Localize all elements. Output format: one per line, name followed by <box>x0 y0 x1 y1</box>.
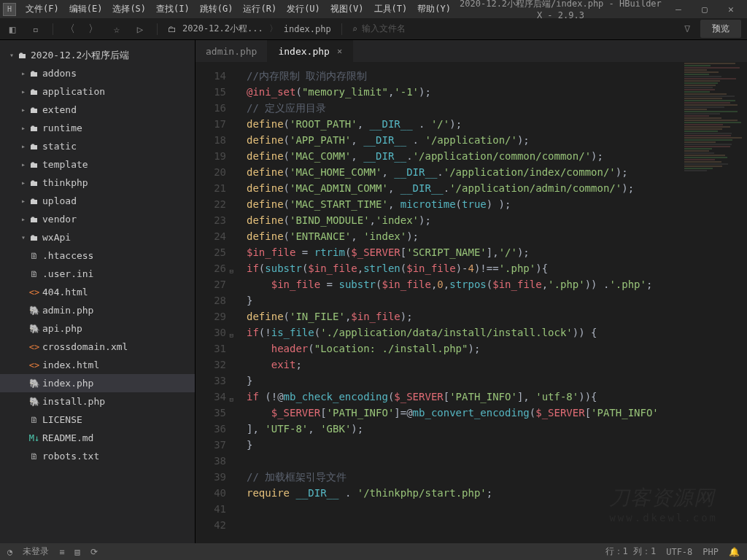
tree-folder[interactable]: 🖿2020-12.2小程序后端 <box>0 46 195 64</box>
tree-label: runtime <box>42 122 82 133</box>
tree-file[interactable]: 🗎robots.txt <box>0 447 195 465</box>
tree-file[interactable]: 🐘install.php <box>0 392 195 411</box>
tree-file[interactable]: 🗎LICENSE <box>0 411 195 429</box>
editor-tab[interactable]: admin.php <box>196 40 268 62</box>
twist-icon <box>19 233 28 241</box>
tree-folder[interactable]: 🖿vendor <box>0 210 195 228</box>
menu-item[interactable]: 编辑(E) <box>64 1 108 18</box>
menubar: H 文件(F)编辑(E)选择(S)查找(I)跳转(G)运行(R)发行(U)视图(… <box>0 0 747 18</box>
file-search[interactable]: ⌕ 输入文件名 <box>352 23 406 35</box>
search-icon: ⌕ <box>352 24 357 34</box>
tree-file[interactable]: 🗎.htaccess <box>0 246 195 265</box>
twist-icon <box>19 160 28 168</box>
tree-folder[interactable]: 🖿extend <box>0 101 195 119</box>
twist-icon <box>19 215 28 223</box>
code-lines[interactable]: //内存限制 取消内存限制@ini_set("memory_limit",'-1… <box>232 62 659 543</box>
tree-file[interactable]: 🐘api.php <box>0 319 195 338</box>
tree-folder[interactable]: 🖿static <box>0 137 195 155</box>
menu-item[interactable]: 跳转(G) <box>195 1 239 18</box>
tree-file[interactable]: M↓README.md <box>0 429 195 447</box>
file-explorer[interactable]: 🖿2020-12.2小程序后端🖿addons🖿application🖿exten… <box>0 40 196 543</box>
terminal-icon[interactable]: ▤ <box>74 547 80 557</box>
menu-item[interactable]: 文件(F) <box>20 1 64 18</box>
breadcrumb-file: index.php <box>284 24 331 34</box>
tree-folder[interactable]: 🖿addons <box>0 64 195 82</box>
menu-item[interactable]: 视图(V) <box>325 1 369 18</box>
code-editor[interactable]: 14151617181920212223242526⊟27282930⊟3132… <box>196 62 747 543</box>
tree-label: .user.ini <box>42 268 93 279</box>
tree-file[interactable]: <>index.html <box>0 356 195 374</box>
folder-icon: 🖿 <box>28 123 41 133</box>
tree-folder[interactable]: 🖿wxApi <box>0 228 195 246</box>
file-icon: 🗎 <box>28 269 41 279</box>
breadcrumb[interactable]: 🗀 2020-12.2小程... 〉 index.php <box>168 23 331 35</box>
minimize-button[interactable]: ― <box>665 4 692 15</box>
maximize-button[interactable]: ▢ <box>692 4 718 15</box>
filter-icon[interactable]: ∇ <box>684 23 690 34</box>
preview-button[interactable]: 预览 <box>700 20 741 38</box>
tree-label: admin.php <box>42 305 93 316</box>
menu-item[interactable]: 工具(T) <box>369 1 413 18</box>
line-gutter: 14151617181920212223242526⊟27282930⊟3132… <box>196 62 232 543</box>
twist-icon <box>19 124 28 132</box>
statusbar: ◔ 未登录 ≡ ▤ ⟳ 行：1 列：1 UTF-8 PHP 🔔 <box>0 543 747 560</box>
file-icon: 🗎 <box>28 251 41 261</box>
sidebar-toggle-icon[interactable]: ◧ <box>6 23 19 36</box>
tab-label: admin.php <box>206 46 257 57</box>
file-icon: M↓ <box>28 433 41 443</box>
tree-file[interactable]: <>crossdomain.xml <box>0 338 195 356</box>
tree-folder[interactable]: 🖿template <box>0 155 195 174</box>
tree-label: 404.html <box>42 287 88 298</box>
file-icon: 🐘 <box>28 306 41 316</box>
nav-back-icon[interactable]: 〈 <box>63 23 77 36</box>
folder-icon: 🖿 <box>28 178 41 188</box>
language-mode[interactable]: PHP <box>703 547 719 557</box>
tree-label: robots.txt <box>42 451 99 462</box>
tree-label: addons <box>42 68 77 79</box>
bell-icon[interactable]: 🔔 <box>729 547 740 557</box>
folder-icon: 🖿 <box>28 141 41 152</box>
file-icon: 🐘 <box>28 378 41 389</box>
sync-icon[interactable]: ⟳ <box>90 547 98 557</box>
folder-icon: 🖿 <box>28 196 41 206</box>
tree-folder[interactable]: 🖿thinkphp <box>0 174 195 192</box>
folder-icon: 🖿 <box>28 87 41 97</box>
close-button[interactable]: ✕ <box>718 4 744 15</box>
run-icon[interactable]: ▷ <box>133 23 147 36</box>
menu-item[interactable]: 运行(R) <box>238 1 282 18</box>
menu-item[interactable]: 发行(U) <box>282 1 325 18</box>
file-icon: <> <box>28 287 41 298</box>
tree-label: index.php <box>42 378 93 389</box>
tree-label: LICENSE <box>42 414 82 425</box>
bookmark-icon[interactable]: ☆ <box>110 23 123 36</box>
menu-item[interactable]: 查找(I) <box>151 1 195 18</box>
tree-file[interactable]: 🐘index.php <box>0 374 195 392</box>
close-icon[interactable]: ✕ <box>337 46 342 56</box>
user-icon[interactable]: ◔ <box>7 547 12 557</box>
tree-folder[interactable]: 🖿application <box>0 82 195 101</box>
nav-forward-icon[interactable]: 〉 <box>87 23 100 36</box>
tree-folder[interactable]: 🖿runtime <box>0 119 195 137</box>
search-placeholder: 输入文件名 <box>362 23 406 35</box>
tree-file[interactable]: <>404.html <box>0 283 195 301</box>
toolbar: ◧ ▫ 〈 〉 ☆ ▷ 🗀 2020-12.2小程... 〉 index.php… <box>0 18 747 40</box>
tree-folder[interactable]: 🖿upload <box>0 192 195 210</box>
twist-icon <box>19 142 28 150</box>
save-icon[interactable]: ▫ <box>29 23 42 36</box>
menu-item[interactable]: 选择(S) <box>107 1 151 18</box>
list-icon[interactable]: ≡ <box>59 547 64 557</box>
tree-file[interactable]: 🐘admin.php <box>0 301 195 319</box>
tree-label: .htaccess <box>42 250 93 261</box>
file-icon: 🗎 <box>28 451 41 462</box>
minimap[interactable] <box>681 62 747 543</box>
tree-label: index.html <box>42 359 99 370</box>
file-icon: 🗎 <box>28 415 41 425</box>
cursor-position: 行：1 列：1 <box>605 545 657 558</box>
editor-tab[interactable]: index.php✕ <box>268 40 353 62</box>
menu-item[interactable]: 帮助(Y) <box>412 1 456 18</box>
login-status[interactable]: 未登录 <box>23 545 49 558</box>
file-icon: <> <box>28 342 41 352</box>
encoding[interactable]: UTF-8 <box>666 547 692 557</box>
tab-label: index.php <box>278 46 329 57</box>
tree-file[interactable]: 🗎.user.ini <box>0 265 195 283</box>
